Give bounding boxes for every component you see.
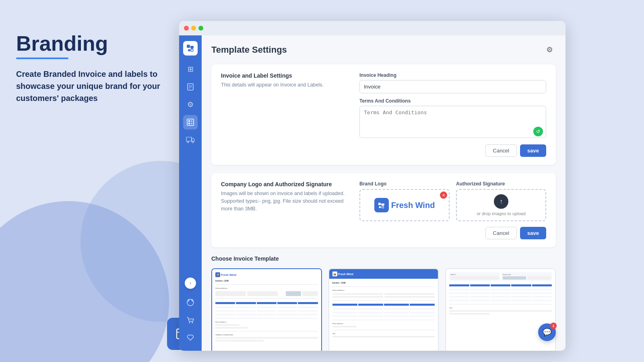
branding-underline — [16, 58, 68, 59]
logo-settings-card: Company Logo and Authorized Signature Im… — [211, 173, 556, 247]
terms-refresh-button[interactable]: ↺ — [533, 127, 543, 136]
svg-point-18 — [189, 322, 190, 323]
branding-panel: Branding Create Branded Invoice and labe… — [16, 32, 161, 104]
title-bar — [179, 21, 566, 35]
sidebar-expand-button[interactable]: › — [185, 278, 196, 289]
sidebar-bottom-icons — [183, 295, 198, 345]
invoice-settings-layout: Invoice and Label Settings This details … — [221, 72, 546, 157]
sidebar-item-document[interactable] — [183, 80, 198, 94]
svg-rect-10 — [187, 119, 194, 125]
invoice-settings-heading: Invoice and Label Settings — [221, 72, 350, 79]
terms-label: Terms And Conditions — [359, 98, 546, 104]
template-card-3[interactable]: Ship To Invoice Info — [445, 268, 556, 351]
upload-hint-text: or drop images to upload — [477, 211, 526, 216]
sidebar-item-support[interactable] — [183, 295, 198, 310]
close-button[interactable] — [184, 26, 189, 31]
logo-cancel-button[interactable]: Cancel — [485, 227, 517, 239]
template-preview-3: Ship To Invoice Info — [446, 269, 555, 351]
invoice-settings-subtext: This details will appear on Invoice and … — [221, 81, 350, 89]
logo-action-row: Cancel save — [359, 227, 546, 239]
template-card-2[interactable]: 📦 Fresh Wind Invoice • 1248 Delivery Add… — [328, 268, 439, 351]
upload-row: Brand Logo — [359, 181, 546, 221]
svg-point-5 — [191, 49, 193, 51]
svg-rect-13 — [191, 120, 192, 122]
svg-point-4 — [188, 49, 190, 51]
svg-rect-11 — [188, 120, 190, 122]
authorized-sig-label: Authorized Signature — [456, 181, 546, 187]
invoice-heading-label: Invoice Heading — [359, 72, 546, 78]
logo-save-button[interactable]: save — [520, 227, 546, 239]
logo-settings-right: Brand Logo — [359, 181, 546, 239]
template-preview-2: 📦 Fresh Wind Invoice • 1248 Delivery Add… — [329, 269, 438, 351]
authorized-sig-col: Authorized Signature ↑ or drop images to… — [456, 181, 546, 221]
authorized-sig-upload[interactable]: ↑ or drop images to upload — [456, 189, 546, 221]
logo-icon — [374, 198, 389, 212]
chat-button[interactable]: 💬 1 — [538, 323, 556, 341]
logo-settings-left: Company Logo and Authorized Signature Im… — [221, 181, 350, 239]
brand-logo-upload[interactable]: Fresh Wind ✕ — [359, 189, 450, 221]
window-body: ⊞ ⚙ — [179, 35, 566, 351]
svg-rect-3 — [187, 45, 190, 48]
branding-description: Create Branded Invoice and labels to sho… — [16, 68, 161, 104]
template-preview-1: 📦 Fresh Wind Invoice • 1248 Delivery Add… — [212, 269, 321, 351]
brand-logo-label: Brand Logo — [359, 181, 450, 187]
terms-textarea-wrapper: ↺ — [359, 106, 546, 140]
templates-heading: Choose Invoice Template — [211, 255, 556, 262]
branding-title: Branding — [16, 32, 161, 55]
invoice-settings-card: Invoice and Label Settings This details … — [211, 64, 556, 165]
logo-settings-heading: Company Logo and Authorized Signature — [221, 181, 350, 187]
page-header: Template Settings ⚙ — [211, 43, 556, 56]
sidebar-item-delivery[interactable] — [183, 133, 198, 147]
svg-point-22 — [382, 206, 384, 208]
invoice-settings-right: Invoice Heading Terms And Conditions ↺ C… — [359, 72, 546, 157]
sidebar-item-template[interactable] — [183, 115, 198, 130]
maximize-button[interactable] — [198, 26, 203, 31]
sidebar-logo — [183, 41, 198, 56]
terms-textarea[interactable] — [359, 106, 546, 138]
logo-brand-name: Fresh Wind — [391, 201, 435, 210]
invoice-save-button[interactable]: save — [520, 144, 546, 157]
svg-rect-14 — [191, 123, 192, 124]
logo-settings-layout: Company Logo and Authorized Signature Im… — [221, 181, 546, 239]
logo-icon — [186, 44, 195, 53]
content-area: Template Settings ⚙ Invoice and Label Se… — [202, 35, 566, 351]
chat-badge: 1 — [550, 323, 557, 329]
svg-rect-20 — [378, 203, 381, 205]
invoice-action-row: Cancel save — [359, 144, 546, 157]
svg-point-21 — [379, 206, 381, 208]
logo-preview: Fresh Wind — [374, 198, 435, 212]
settings-gear-button[interactable]: ⚙ — [543, 43, 556, 56]
sidebar-item-settings[interactable]: ⚙ — [183, 97, 198, 112]
remove-logo-button[interactable]: ✕ — [440, 191, 447, 199]
logo-settings-subtext: Images will be shown on invoice and labe… — [221, 190, 350, 212]
minimize-button[interactable] — [191, 26, 196, 31]
invoice-cancel-button[interactable]: Cancel — [485, 144, 517, 157]
sidebar-item-cart[interactable] — [183, 313, 198, 327]
svg-point-19 — [192, 322, 193, 323]
page-title: Template Settings — [211, 45, 287, 55]
invoice-heading-input[interactable] — [359, 80, 546, 93]
templates-grid: 📦 Fresh Wind Invoice • 1248 Delivery Add… — [211, 268, 556, 351]
invoice-settings-left: Invoice and Label Settings This details … — [221, 72, 350, 157]
main-window: ⊞ ⚙ — [179, 21, 566, 351]
svg-point-15 — [187, 141, 189, 143]
sidebar-item-wishlist[interactable] — [183, 331, 198, 345]
sidebar-item-grid[interactable]: ⊞ — [183, 62, 198, 76]
svg-point-16 — [192, 141, 194, 143]
brand-logo-col: Brand Logo — [359, 181, 450, 221]
svg-rect-12 — [188, 123, 190, 124]
template-card-1[interactable]: 📦 Fresh Wind Invoice • 1248 Delivery Add… — [211, 268, 322, 351]
upload-arrow-icon: ↑ — [494, 194, 508, 209]
sidebar: ⊞ ⚙ — [179, 35, 202, 351]
templates-section: Choose Invoice Template 📦 Fresh Wind Inv — [211, 255, 556, 351]
